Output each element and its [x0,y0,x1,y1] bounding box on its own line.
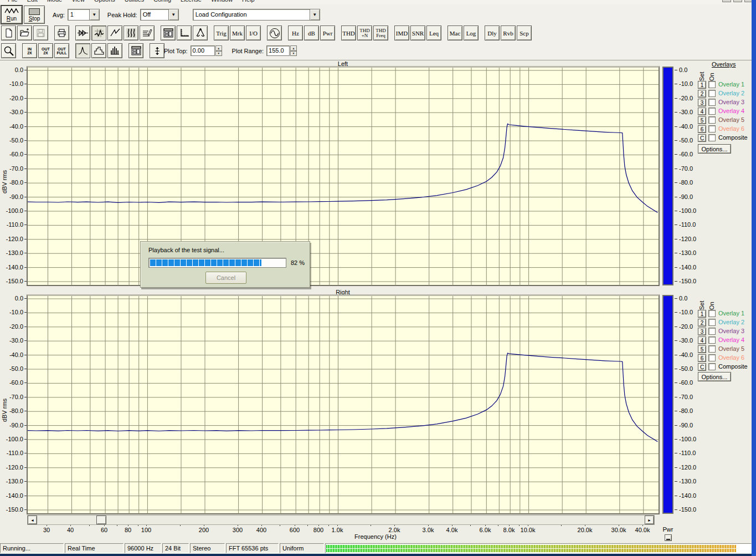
right-overlay-set-button-6[interactable]: 6 [698,354,706,362]
vertical-scale-button[interactable] [150,43,164,58]
left-overlay-checkbox-3[interactable] [708,99,716,106]
plot-range-spin-down-icon[interactable]: ▼ [290,51,297,57]
menu-item-options[interactable]: Options [94,0,115,3]
plot-top-spin-down-icon[interactable]: ▼ [215,51,222,57]
right-overlay-set-button-c[interactable]: C [698,363,706,371]
new-file-button[interactable] [1,25,16,40]
reverb-button[interactable]: Rvb [501,25,516,40]
peak-display-button[interactable] [75,43,90,58]
time-series-display-button[interactable] [107,25,122,40]
calipers-button[interactable] [193,25,208,40]
menu-item-edit[interactable]: Edit [27,0,38,3]
output-2x-button[interactable]: OUT2X [38,43,53,58]
run-button[interactable]: Run [1,6,22,24]
scroll-left-button[interactable]: ◄ [28,516,37,524]
left-overlay-checkbox-4[interactable] [708,108,716,115]
right-overlay-checkbox-2[interactable] [708,319,716,326]
input-output-button[interactable]: I/O [246,25,261,40]
peak-hold-dropdown-arrow-icon[interactable]: ▼ [168,9,178,20]
avg-dropdown-arrow-icon[interactable]: ▼ [89,9,99,20]
plot-top-spinner[interactable]: ▲▼ [215,45,222,56]
bar-display-button[interactable] [107,43,122,58]
print-button[interactable] [54,25,69,40]
peak-hold-select[interactable]: Off ▼ [140,9,179,21]
leq-button[interactable]: Leq [426,25,441,40]
save-file-button[interactable] [33,25,48,40]
menu-item-mode[interactable]: Mode [47,0,63,3]
display-settings-button[interactable] [161,25,176,40]
snr-button[interactable]: SNR [410,25,425,40]
left-overlay-set-button-c[interactable]: C [698,134,706,142]
menu-item-utilities[interactable]: Utilities [125,0,144,3]
left-overlay-set-button-4[interactable]: 4 [698,108,706,115]
logging-button[interactable]: Log [464,25,479,40]
trigger-button[interactable]: Trig [214,25,229,40]
menu-item-view[interactable]: View [71,0,85,3]
annotate-button[interactable] [140,25,155,40]
left-overlay-set-button-2[interactable]: 2 [698,90,706,98]
left-overlay-checkbox-2[interactable] [708,90,716,97]
avg-select[interactable]: 1 ▼ [68,9,100,21]
imd-button[interactable]: IMD [394,25,409,40]
right-overlay-checkbox-6[interactable] [708,354,716,361]
output-full-button[interactable]: OUTFULL [54,43,69,58]
right-overlay-checkbox-4[interactable] [708,336,716,344]
scroll-right-button[interactable]: ► [645,516,654,524]
right-overlay-checkbox-1[interactable] [708,310,716,317]
right-overlay-set-button-3[interactable]: 3 [698,328,706,335]
marker-button[interactable]: Mrk [230,25,245,40]
menu-item-file[interactable]: File [8,0,18,3]
left-overlay-checkbox-1[interactable] [708,81,716,88]
zoom-button[interactable] [1,43,16,58]
fast-forward-button[interactable] [75,25,90,40]
right-overlay-checkbox-3[interactable] [708,328,716,335]
ruler-button[interactable] [177,25,192,40]
macro-button[interactable]: Mac [448,25,462,40]
plot-range-input[interactable]: 155.0 [266,45,290,56]
right-overlay-set-button-4[interactable]: 4 [698,336,706,344]
scope-button[interactable]: Scp [517,25,532,40]
menu-item-window[interactable]: Window [211,0,233,3]
right-overlays-options-button[interactable]: Options... [698,372,731,381]
thd-button[interactable]: THD [341,25,356,40]
units-db-button[interactable]: dB [304,25,319,40]
display-settings-2-button[interactable] [128,43,143,58]
power-bar-minimize-button[interactable] [665,534,672,541]
left-overlay-set-button-5[interactable]: 5 [698,116,706,124]
menu-item-help[interactable]: Help [242,0,255,3]
load-configuration-select[interactable]: Load Configuration ▼ [193,9,320,21]
minimize-button[interactable] [722,0,731,2]
menu-item-config[interactable]: Config [153,0,171,3]
plot-top-spin-up-icon[interactable]: ▲ [215,45,222,51]
right-overlay-checkbox-5[interactable] [708,345,716,353]
signal-generator-button[interactable] [267,25,282,40]
open-file-button[interactable] [17,25,32,40]
left-overlay-checkbox-c[interactable] [708,134,716,141]
delay-button[interactable]: Dly [485,25,500,40]
left-overlay-set-button-1[interactable]: 1 [698,81,706,89]
input-2x-button[interactable]: IN2X [22,43,37,58]
plot-top-input[interactable]: 0.00 [191,45,215,56]
menu-item-license[interactable]: License [181,0,202,3]
plot-range-spinner[interactable]: ▲▼ [290,45,297,56]
cancel-button[interactable]: Cancel [205,272,246,284]
left-overlays-options-button[interactable]: Options... [698,144,731,154]
scrollbar-thumb[interactable] [96,516,106,524]
right-overlay-set-button-1[interactable]: 1 [698,310,706,318]
spectrogram-display-button[interactable] [124,25,138,40]
frequency-scrollbar[interactable]: ◄ ► [27,515,655,525]
left-overlay-set-button-6[interactable]: 6 [698,125,706,133]
left-overlay-set-button-3[interactable]: 3 [698,99,706,106]
units-hz-button[interactable]: Hz [288,25,303,40]
left-overlay-checkbox-5[interactable] [708,116,716,124]
spectrum-display-button[interactable] [91,25,106,40]
power-button[interactable]: Pwr [320,25,335,40]
stop-button[interactable]: Stop [24,6,45,24]
right-overlay-set-button-2[interactable]: 2 [698,319,706,327]
thd-plus-n-button[interactable]: THD+N [357,25,372,40]
right-overlay-set-button-5[interactable]: 5 [698,345,706,353]
load-configuration-dropdown-arrow-icon[interactable]: ▼ [310,9,320,20]
thd-freq-button[interactable]: THDFreq [373,25,388,40]
left-overlay-checkbox-6[interactable] [708,125,716,132]
maximize-button[interactable] [733,0,742,2]
